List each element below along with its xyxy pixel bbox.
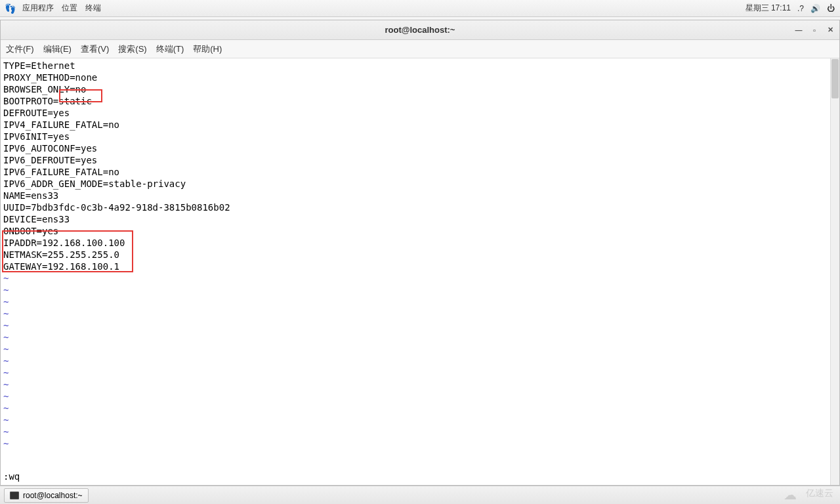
config-line: BOOTPROTO=static bbox=[3, 95, 837, 107]
terminal-menu[interactable]: 终端 bbox=[85, 3, 101, 14]
config-line: DEFROUTE=yes bbox=[3, 107, 837, 119]
config-line: NAME=ens33 bbox=[3, 190, 837, 201]
config-line: GATEWAY=192.168.100.1 bbox=[3, 261, 837, 272]
gnome-foot-icon: 👣 bbox=[5, 4, 14, 13]
datetime-label[interactable]: 星期三 17:11 bbox=[746, 3, 791, 14]
config-line: IPV6INIT=yes bbox=[3, 131, 837, 142]
config-line: DEVICE=ens33 bbox=[3, 213, 837, 225]
empty-line-tilde: ~ bbox=[3, 355, 837, 367]
config-line: IPV6_FAILURE_FATAL=no bbox=[3, 166, 837, 178]
config-line: IPV4_FAILURE_FATAL=no bbox=[3, 119, 837, 131]
empty-line-tilde: ~ bbox=[3, 426, 837, 438]
config-line: UUID=7bdb3fdc-0c3b-4a92-918d-3815b0816b0… bbox=[3, 201, 837, 213]
apps-menu[interactable]: 应用程序 bbox=[22, 3, 54, 14]
config-line: IPV6_DEFROUTE=yes bbox=[3, 154, 837, 166]
terminal-icon bbox=[10, 492, 19, 499]
minimize-button[interactable]: — bbox=[795, 26, 803, 34]
config-line: ONBOOT=yes bbox=[3, 225, 837, 237]
empty-line-tilde: ~ bbox=[3, 379, 837, 390]
power-icon[interactable]: ⏻ bbox=[827, 4, 835, 13]
volume-icon[interactable]: 🔊 bbox=[810, 4, 820, 13]
empty-line-tilde: ~ bbox=[3, 343, 837, 355]
config-line: PROXY_METHOD=none bbox=[3, 72, 837, 83]
terminal-content[interactable]: TYPE=EthernetPROXY_METHOD=noneBROWSER_ON… bbox=[1, 58, 839, 485]
top-panel: 👣 应用程序 位置 终端 星期三 17:11 .? 🔊 ⏻ bbox=[0, 0, 840, 17]
empty-line-tilde: ~ bbox=[3, 272, 837, 284]
scrollbar[interactable] bbox=[830, 58, 839, 485]
config-line: TYPE=Ethernet bbox=[3, 60, 837, 72]
bottom-taskbar: root@localhost:~ bbox=[0, 486, 840, 504]
window-titlebar[interactable]: root@localhost:~ — ▫ ✕ bbox=[1, 20, 839, 40]
empty-line-tilde: ~ bbox=[3, 320, 837, 331]
terminal-window: root@localhost:~ — ▫ ✕ 文件(F) 编辑(E) 查看(V)… bbox=[0, 20, 840, 486]
config-line: IPV6_ADDR_GEN_MODE=stable-privacy bbox=[3, 178, 837, 190]
vim-command-line: :wq bbox=[3, 471, 20, 482]
empty-line-tilde: ~ bbox=[3, 284, 837, 296]
menubar: 文件(F) 编辑(E) 查看(V) 搜索(S) 终端(T) 帮助(H) bbox=[1, 40, 839, 58]
menu-view[interactable]: 查看(V) bbox=[81, 43, 109, 55]
config-line: IPADDR=192.168.100.100 bbox=[3, 237, 837, 249]
menu-help[interactable]: 帮助(H) bbox=[193, 43, 222, 55]
maximize-button[interactable]: ▫ bbox=[810, 26, 818, 34]
menu-file[interactable]: 文件(F) bbox=[6, 43, 34, 55]
empty-line-tilde: ~ bbox=[3, 438, 837, 450]
menu-edit[interactable]: 编辑(E) bbox=[43, 43, 72, 55]
empty-line-tilde: ~ bbox=[3, 296, 837, 308]
taskbar-item-terminal[interactable]: root@localhost:~ bbox=[4, 488, 89, 503]
menu-terminal[interactable]: 终端(T) bbox=[156, 43, 184, 55]
empty-line-tilde: ~ bbox=[3, 390, 837, 402]
empty-line-tilde: ~ bbox=[3, 367, 837, 379]
close-button[interactable]: ✕ bbox=[826, 26, 834, 34]
empty-line-tilde: ~ bbox=[3, 414, 837, 426]
config-line: IPV6_AUTOCONF=yes bbox=[3, 142, 837, 154]
places-menu[interactable]: 位置 bbox=[62, 3, 77, 14]
scrollbar-thumb[interactable] bbox=[831, 59, 839, 98]
config-line: NETMASK=255.255.255.0 bbox=[3, 249, 837, 261]
menu-search[interactable]: 搜索(S) bbox=[118, 43, 146, 55]
empty-line-tilde: ~ bbox=[3, 331, 837, 343]
window-title: root@localhost:~ bbox=[385, 25, 455, 35]
config-line: BROWSER_ONLY=no bbox=[3, 83, 837, 95]
help-icon[interactable]: .? bbox=[797, 4, 804, 13]
empty-line-tilde: ~ bbox=[3, 308, 837, 320]
empty-line-tilde: ~ bbox=[3, 402, 837, 414]
taskbar-item-label: root@localhost:~ bbox=[23, 491, 83, 500]
